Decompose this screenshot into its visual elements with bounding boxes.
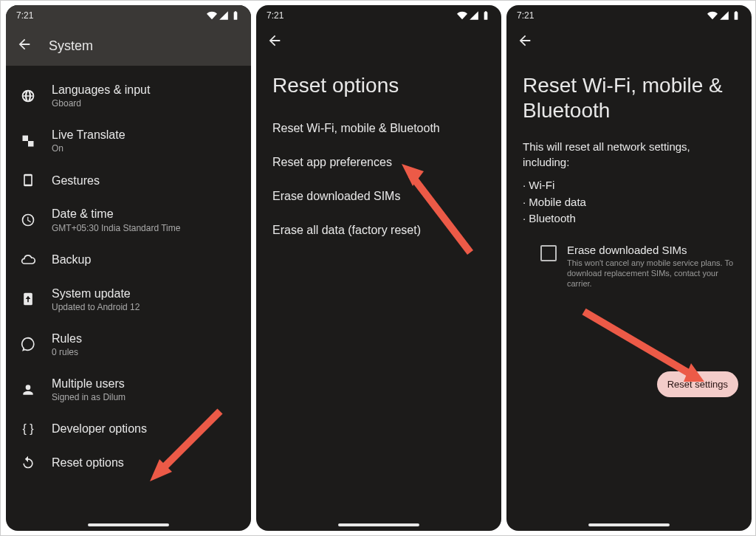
app-bar: System <box>6 26 251 66</box>
item-sub: Updated to Android 12 <box>52 302 140 312</box>
app-bar <box>256 26 501 58</box>
item-sub: Gboard <box>52 98 150 109</box>
translate-icon <box>19 134 37 148</box>
status-icons <box>707 10 741 21</box>
item-gestures[interactable]: Gestures <box>6 163 251 197</box>
battery-icon <box>481 10 491 21</box>
status-icons <box>457 10 491 21</box>
item-date-time[interactable]: Date & timeGMT+05:30 India Standard Time <box>6 197 251 242</box>
wifi-icon <box>457 10 467 21</box>
checkbox-title: Erase downloaded SIMs <box>567 244 735 256</box>
item-backup[interactable]: Backup <box>6 243 251 277</box>
bullet-wifi: Wi-Fi <box>506 177 752 194</box>
signal-icon <box>219 10 229 21</box>
item-title: Multiple users <box>52 377 126 391</box>
item-languages-input[interactable]: Languages & inputGboard <box>6 73 251 118</box>
globe-icon <box>19 89 37 103</box>
item-title: Live Translate <box>52 128 126 142</box>
item-sub: 0 rules <box>52 347 82 357</box>
item-sub: Signed in as Dilum <box>52 392 126 402</box>
option-reset-network[interactable]: Reset Wi-Fi, mobile & Bluetooth <box>256 111 501 145</box>
clock-icon <box>19 213 37 227</box>
wifi-icon <box>207 10 217 21</box>
stage: 7:21 System Languages & inputGboard Live… <box>0 0 756 536</box>
wifi-icon <box>707 10 718 21</box>
phone-reset-options: 7:21 Reset options Reset Wi-Fi, mobile &… <box>256 5 501 531</box>
item-sub: On <box>52 143 126 154</box>
reset-settings-button[interactable]: Reset settings <box>657 371 738 397</box>
cloud-icon <box>19 252 37 267</box>
arrow-back-icon <box>517 32 533 49</box>
item-title: Reset options <box>52 456 124 470</box>
bullet-bluetooth: Bluetooth <box>506 210 752 227</box>
signal-icon <box>469 10 479 21</box>
item-developer-options[interactable]: { } Developer options <box>6 412 251 445</box>
item-multiple-users[interactable]: Multiple usersSigned in as Dilum <box>6 367 251 412</box>
phone-reset-network: 7:21 Reset Wi-Fi, mobile & Bluetooth Thi… <box>506 5 752 531</box>
status-bar: 7:21 <box>506 5 752 26</box>
arrow-back-icon <box>16 36 32 52</box>
back-button[interactable] <box>16 36 32 55</box>
status-icons <box>207 10 241 21</box>
settings-list: Languages & inputGboard Live TranslateOn… <box>6 66 251 479</box>
checkbox-sub: This won't cancel any mobile service pla… <box>567 258 735 289</box>
status-bar: 7:21 <box>256 5 501 26</box>
battery-icon <box>230 10 241 21</box>
phone-icon <box>19 173 37 188</box>
back-button[interactable] <box>517 32 533 52</box>
status-time: 7:21 <box>267 10 284 21</box>
rules-icon <box>19 337 37 351</box>
checkbox-icon[interactable] <box>540 245 557 261</box>
item-rules[interactable]: Rules0 rules <box>6 322 251 367</box>
option-erase-sims[interactable]: Erase downloaded SIMs <box>256 179 501 213</box>
option-erase-all-data[interactable]: Erase all data (factory reset) <box>256 213 501 247</box>
description: This will reset all network settings, in… <box>506 136 752 177</box>
signal-icon <box>719 10 729 21</box>
nav-handle[interactable] <box>588 523 670 526</box>
item-sub: GMT+05:30 India Standard Time <box>52 223 180 233</box>
erase-sims-row[interactable]: Erase downloaded SIMs This won't cancel … <box>506 227 752 294</box>
update-icon <box>19 292 37 306</box>
item-live-translate[interactable]: Live TranslateOn <box>6 118 251 163</box>
option-reset-app-prefs[interactable]: Reset app preferences <box>256 145 501 179</box>
reset-icon <box>19 455 37 470</box>
page-title: Reset Wi-Fi, mobile & Bluetooth <box>506 58 752 136</box>
status-time: 7:21 <box>517 10 534 21</box>
back-button[interactable] <box>267 32 283 52</box>
arrow-back-icon <box>267 32 283 49</box>
battery-icon <box>731 10 741 21</box>
app-bar <box>506 26 752 58</box>
braces-icon: { } <box>19 422 37 436</box>
item-title: Developer options <box>52 422 147 436</box>
item-title: Rules <box>52 331 82 346</box>
item-title: System update <box>52 286 140 300</box>
nav-handle[interactable] <box>88 523 169 526</box>
item-system-update[interactable]: System updateUpdated to Android 12 <box>6 277 251 322</box>
status-time: 7:21 <box>16 10 33 21</box>
nav-handle[interactable] <box>338 523 419 526</box>
bullet-mobile-data: Mobile data <box>506 194 752 211</box>
item-title: Backup <box>52 252 91 267</box>
phone-system-settings: 7:21 System Languages & inputGboard Live… <box>6 5 251 531</box>
item-title: Date & time <box>52 207 180 221</box>
status-bar: 7:21 <box>6 5 251 26</box>
item-title: Languages & input <box>52 83 150 97</box>
item-title: Gestures <box>52 173 100 188</box>
item-reset-options[interactable]: Reset options <box>6 445 251 479</box>
user-icon <box>19 382 37 397</box>
page-title: Reset options <box>256 58 501 111</box>
page-title: System <box>49 38 93 54</box>
